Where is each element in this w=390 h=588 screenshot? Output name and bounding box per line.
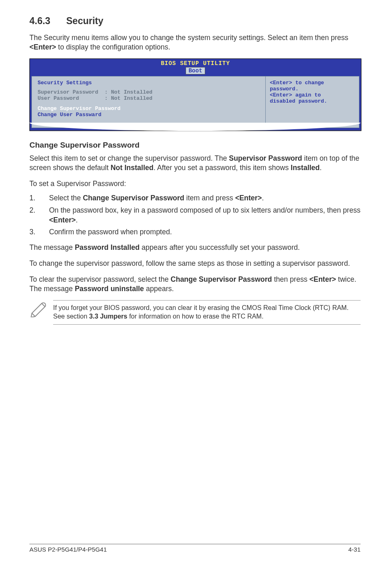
p3c: appears after you successfully set your … (139, 243, 300, 251)
p1-d: Not Installed (110, 164, 153, 172)
bios-tab-boot: Boot (186, 67, 205, 74)
step-2-num: 2. (29, 206, 49, 225)
bios-supervisor-line: Supervisor Password : Not Installed (38, 89, 260, 95)
note-text: If you forget your BIOS password, you ca… (53, 300, 361, 325)
p1-f: Installed (291, 164, 320, 172)
note-c: for information on how to erase the RTC … (127, 313, 263, 320)
p1-e: . After you set a password, this item sh… (153, 164, 291, 172)
s1a: Select the (49, 194, 83, 202)
s1d: <Enter> (235, 194, 262, 202)
bios-tab-row: Boot (30, 67, 361, 76)
section-title-text: Security (66, 16, 103, 26)
step-3: 3. Confirm the password when prompted. (29, 227, 361, 237)
s2b: <Enter> (49, 216, 76, 224)
p3a: The message (29, 243, 75, 251)
s1c: item and press (184, 194, 235, 202)
note-b: 3.3 Jumpers (89, 313, 127, 320)
p1-a: Select this item to set or change the su… (29, 154, 229, 162)
note-block: If you forget your BIOS password, you ca… (29, 300, 361, 325)
intro-paragraph: The Security menu items allow you to cha… (29, 33, 361, 52)
para-5: To clear the supervisor password, select… (29, 275, 361, 294)
p5g: appears. (144, 285, 174, 293)
para-4: To change the supervisor password, follo… (29, 259, 361, 268)
footer-right: 4-31 (348, 546, 361, 553)
step-2: 2. On the password box, key in a passwor… (29, 206, 361, 225)
note-pencil-icon (29, 300, 53, 319)
s2a: On the password box, key in a password c… (49, 206, 361, 214)
p1-b: Supervisor Password (229, 154, 302, 162)
p5d: <Enter> (309, 275, 336, 283)
step-1-text: Select the Change Supervisor Password it… (49, 193, 264, 203)
p5f: Password uninstalle (75, 285, 144, 293)
bios-right-panel: <Enter> to change password. <Enter> agai… (266, 76, 359, 128)
step-3-text: Confirm the password when prompted. (49, 227, 172, 237)
step-1-num: 1. (29, 193, 49, 203)
para-1: Select this item to set or change the su… (29, 154, 361, 173)
para-2: To set a Supervisor Password: (29, 179, 361, 189)
change-supervisor-heading: Change Supervisor Password (29, 141, 361, 150)
bios-title: BIOS SETUP UTILITY (30, 59, 361, 67)
s1b: Change Supervisor Password (83, 194, 184, 202)
bios-help-2: password. (270, 86, 355, 92)
bios-security-heading: Security Settings (38, 80, 260, 86)
s2c: . (76, 216, 78, 224)
bios-left-panel: Security Settings Supervisor Password : … (31, 76, 266, 128)
p1-g: . (320, 164, 322, 172)
step-3-num: 3. (29, 227, 49, 237)
footer-left: ASUS P2-P5G41/P4-P5G41 (29, 546, 107, 553)
bios-help-1: <Enter> to change (270, 80, 355, 86)
step-1: 1. Select the Change Supervisor Password… (29, 193, 361, 203)
bios-help-4: disabled password. (270, 98, 355, 104)
bios-user-line: User Password : Not Installed (38, 95, 260, 101)
intro-text-1: The Security menu items allow you to cha… (29, 34, 348, 42)
p5b: Change Supervisor Password (170, 275, 272, 283)
bios-change-supervisor: Change Supervisor Password (38, 105, 260, 112)
step-2-text: On the password box, key in a password c… (49, 206, 361, 225)
bios-change-user: Change User Passward (38, 112, 260, 118)
steps-list: 1. Select the Change Supervisor Password… (29, 193, 361, 237)
bios-screenshot: BIOS SETUP UTILITY Boot Security Setting… (29, 58, 361, 131)
para-3: The message Password Installed appears a… (29, 243, 361, 252)
s1e: . (262, 194, 264, 202)
intro-enter: <Enter> (29, 43, 56, 51)
p5c: then press (272, 275, 309, 283)
p3b: Password Installed (75, 243, 140, 251)
bios-help-3: <Enter> again to (270, 92, 355, 98)
page-footer: ASUS P2-P5G41/P4-P5G41 4-31 (29, 544, 361, 553)
section-number: 4.6.3 (29, 16, 50, 26)
p5a: To clear the supervisor password, select… (29, 275, 170, 283)
intro-text-2: to display the configuration options. (56, 43, 170, 51)
section-heading: 4.6.3Security (29, 16, 361, 27)
